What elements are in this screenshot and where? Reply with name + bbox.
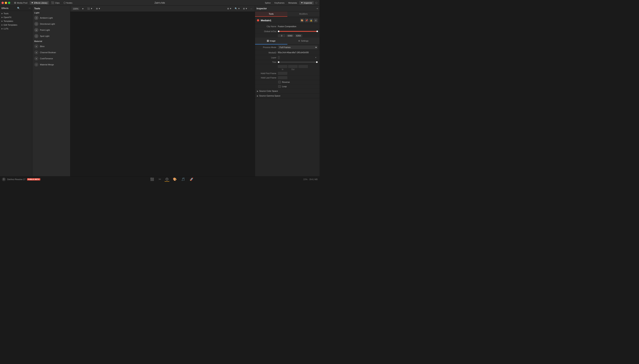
viewer-layout-button[interactable]: ⊞ ▼ xyxy=(95,7,102,10)
viewer-mode-button[interactable]: ⬛ ▼ xyxy=(86,7,94,10)
inspector-button[interactable]: ✦ Inspector xyxy=(299,1,314,4)
metadata-button[interactable]: Metadata xyxy=(287,1,298,4)
settings-tab-button[interactable]: ⚙ Settings xyxy=(287,38,320,44)
loop-checkbox[interactable] xyxy=(278,85,281,88)
fit-viewer-button[interactable]: ▼ xyxy=(81,7,85,10)
expand-arrow-icon: ▶ xyxy=(257,90,258,92)
trim-out-thumb[interactable] xyxy=(316,61,317,63)
expand-button[interactable]: ⬡ xyxy=(314,2,318,4)
nodes-icon: ⬡ xyxy=(64,1,66,4)
trim-in-input[interactable]: 0 xyxy=(278,65,287,68)
bottom-edit-icon[interactable]: ✂ xyxy=(157,177,162,182)
layer-select-wrapper: ▼ xyxy=(278,56,317,59)
tool-channel-boolean[interactable]: ● Channel Boolean xyxy=(32,50,70,56)
bottom-audio-icon[interactable]: 🎵 xyxy=(180,177,186,182)
global-in-value[interactable]: 0 xyxy=(278,34,285,37)
trim-inputs: 0 129 128 xyxy=(255,64,320,68)
hold-first-input[interactable]: 0 xyxy=(278,72,287,75)
reverse-checkbox[interactable] xyxy=(278,81,281,84)
tools-panel: Tools Light ☀ Ambient Light ⬡ Directiona… xyxy=(32,6,70,182)
bottom-color-icon[interactable]: 🎨 xyxy=(172,177,178,182)
bottom-deliver-icon[interactable]: 🚀 xyxy=(188,177,195,182)
point-light-icon: ● xyxy=(34,28,39,32)
arrow-icon: ▶ xyxy=(2,20,3,22)
viewer-extra-button[interactable]: 🔍 ▼ xyxy=(233,7,241,10)
media-pool-icon: ⊞ xyxy=(14,1,16,4)
trim-end-input[interactable]: 128 xyxy=(298,65,308,68)
sidebar-item-openfx[interactable]: ▶ OpenFX xyxy=(0,16,32,19)
global-end-value[interactable]: 6359 xyxy=(294,34,302,37)
node-pin-button[interactable]: 📌 xyxy=(305,18,308,22)
spot-light-icon: ⬡ xyxy=(34,34,39,38)
nodes-button[interactable]: ⬡ Nodes xyxy=(62,1,74,4)
viewer-options-button[interactable]: ⊞ ▼ xyxy=(242,7,248,10)
viewer-more-button[interactable]: ··· xyxy=(249,7,253,10)
process-mode-select[interactable]: Full Frames xyxy=(278,46,317,49)
hold-last-input[interactable]: 0 xyxy=(278,76,287,79)
inspector-tabs: Tools Modifiers xyxy=(255,12,320,17)
node-passthrough-button[interactable]: ⊘ xyxy=(314,18,317,22)
effects-tree: ▶ Tools ▶ OpenFX ▶ Templates ▶ Edit Temp… xyxy=(0,11,32,182)
zoom-display[interactable]: 100% xyxy=(72,7,80,10)
node-header-row: MediaIn1 🎨 📌 🔒 ⊘ xyxy=(255,17,320,24)
viewer-settings-button[interactable]: ⊞ ▼ xyxy=(226,7,233,10)
sidebar-item-templates[interactable]: ▶ Templates xyxy=(0,19,32,23)
clip-name-value: Fusion Composition xyxy=(278,25,317,28)
image-tab-button[interactable]: 🖼 Image xyxy=(255,38,287,44)
bottom-fusion-icon[interactable]: ⬡ xyxy=(165,177,169,182)
tool-directional-light[interactable]: ⬡ Directional Light xyxy=(32,21,70,27)
source-gamma-section[interactable]: ▶ Source Gamma Space xyxy=(255,94,320,98)
trim-label: Trim xyxy=(257,61,278,63)
sidebar-item-luts[interactable]: ▶ LUTs xyxy=(0,27,32,30)
spline-button[interactable]: Spline xyxy=(263,1,272,4)
trim-in-thumb[interactable] xyxy=(278,61,279,63)
tab-tools[interactable]: Tools xyxy=(255,12,287,17)
bottom-bar: D DaVinci Resolve 17 PUBLIC BETA ⬛ ✂ ⬡ 🎨… xyxy=(0,176,320,182)
inspector-expand-icon[interactable]: ⇥ xyxy=(316,7,318,10)
sidebar-item-tools[interactable]: ▶ Tools xyxy=(0,12,32,16)
media-pool-button[interactable]: ⊞ Media Pool xyxy=(13,1,29,4)
global-in-thumb[interactable] xyxy=(278,30,279,32)
tool-material-merge[interactable]: ⬡ Material Merge xyxy=(32,62,70,68)
tool-point-light[interactable]: ● Point Light xyxy=(32,27,70,33)
bottom-media-pool-icon[interactable]: ⬛ xyxy=(149,177,155,182)
global-out-value[interactable]: 6360 xyxy=(286,34,294,37)
loop-row: Loop xyxy=(255,84,320,89)
sidebar-item-edit-templates[interactable]: ▶ Edit Templates xyxy=(0,23,32,27)
clips-button[interactable]: ⬛ Clips xyxy=(50,1,61,4)
tool-ambient-light[interactable]: ☀ Ambient Light xyxy=(32,15,70,21)
effects-library-button[interactable]: ✦ Effects Library xyxy=(30,1,49,4)
image-icon: 🖼 xyxy=(267,40,269,42)
trim-out-input[interactable]: 129 xyxy=(288,65,298,68)
main-layout: Effects 🔍 ··· ▶ Tools ▶ OpenFX ▶ Templat… xyxy=(0,6,320,182)
trim-slider-track[interactable] xyxy=(278,62,317,62)
minimize-button[interactable] xyxy=(5,2,7,4)
cooktorrance-icon: ● xyxy=(34,56,39,60)
tool-spot-light[interactable]: ⬡ Spot Light xyxy=(32,33,70,39)
tool-cooktorrance[interactable]: ● CookTorrance xyxy=(32,56,70,62)
hold-last-label: Hold Last Frame xyxy=(257,76,278,79)
global-inout-slider-container xyxy=(278,31,317,32)
tool-blinn[interactable]: ● Blinn xyxy=(32,43,70,50)
loop-label: Loop xyxy=(282,85,286,88)
viewer-toolbar-right: ⊞ ▼ 🔍 ▼ ⊞ ▼ ··· xyxy=(226,7,253,10)
search-icon[interactable]: 🔍 xyxy=(17,7,20,10)
process-mode-row: Process Mode Full Frames xyxy=(255,45,320,50)
image-settings-tabs: 🖼 Image ⚙ Settings xyxy=(255,38,320,45)
material-merge-icon: ⬡ xyxy=(34,62,39,67)
global-inout-slider[interactable] xyxy=(278,31,317,32)
clips-icon: ⬛ xyxy=(51,1,54,4)
layer-select[interactable] xyxy=(278,56,280,59)
node-color-picker[interactable]: 🎨 xyxy=(300,18,304,22)
tab-modifiers[interactable]: Modifiers xyxy=(287,12,320,17)
channel-boolean-icon: ● xyxy=(34,50,39,54)
keyframes-button[interactable]: Keyframes xyxy=(273,1,286,4)
settings-icon: ⚙ xyxy=(298,40,300,42)
effects-menu-icon[interactable]: ··· xyxy=(29,7,31,10)
node-lock-button[interactable]: 🔒 xyxy=(309,18,313,22)
maximize-button[interactable] xyxy=(8,2,10,4)
close-button[interactable] xyxy=(2,2,4,4)
top-bar: ⊞ Media Pool ✦ Effects Library ⬛ Clips ⬡… xyxy=(0,0,320,6)
source-color-section[interactable]: ▶ Source Color Space xyxy=(255,89,320,94)
global-out-thumb[interactable] xyxy=(316,30,318,32)
